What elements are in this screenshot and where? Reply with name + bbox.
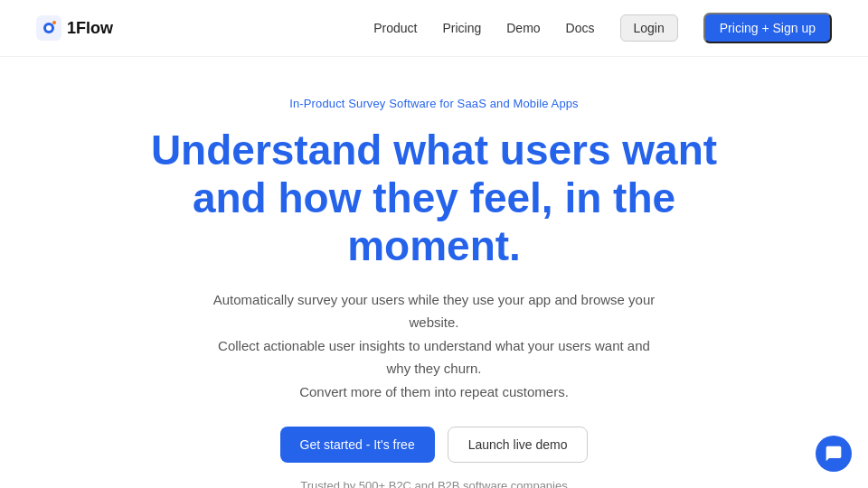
hero-sub-line1: Automatically survey your users while th…: [213, 292, 656, 331]
navbar: 1Flow Product Pricing Demo Docs Login Pr…: [0, 0, 868, 57]
hero-tag: In-Product Survey Software for SaaS and …: [36, 97, 832, 110]
nav-docs[interactable]: Docs: [566, 21, 595, 35]
chat-support-button[interactable]: [816, 436, 852, 472]
hero-heading: Understand what users want and how they …: [127, 127, 741, 270]
svg-point-2: [46, 25, 52, 31]
nav-product[interactable]: Product: [373, 21, 417, 35]
nav-pricing[interactable]: Pricing: [442, 21, 481, 35]
hero-sub-line2: Collect actionable user insights to unde…: [218, 338, 650, 377]
nav-links: Product Pricing Demo Docs Login Pricing …: [373, 13, 832, 43]
hero-section: In-Product Survey Software for SaaS and …: [0, 57, 868, 488]
logo[interactable]: 1Flow: [36, 15, 113, 41]
trust-text: Trusted by 500+ B2C and B2B software com…: [36, 479, 832, 488]
nav-demo[interactable]: Demo: [506, 21, 540, 35]
svg-point-3: [52, 21, 56, 24]
get-started-button[interactable]: Get started - It's free: [280, 427, 435, 463]
login-button[interactable]: Login: [620, 14, 678, 42]
signup-button[interactable]: Pricing + Sign up: [703, 13, 832, 43]
hero-sub-line3: Convert more of them into repeat custome…: [299, 384, 569, 399]
hero-subtext: Automatically survey your users while th…: [208, 288, 660, 404]
live-demo-button[interactable]: Launch live demo: [448, 427, 589, 463]
logo-text: 1Flow: [67, 19, 113, 38]
hero-cta-group: Get started - It's free Launch live demo: [36, 427, 832, 463]
